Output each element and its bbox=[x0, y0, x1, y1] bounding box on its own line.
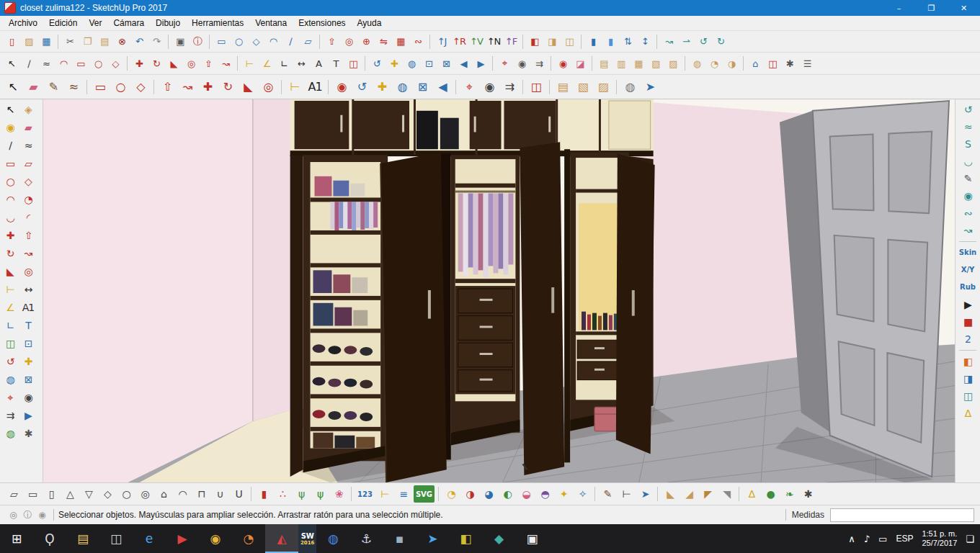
arc-tool[interactable]: ◠ bbox=[55, 55, 71, 71]
3d-text-tool[interactable]: T bbox=[328, 55, 344, 71]
tray-language[interactable]: ESP bbox=[896, 534, 913, 544]
eraser-tool[interactable]: ◪ bbox=[572, 55, 588, 71]
app-chrome[interactable]: ◉ bbox=[199, 524, 232, 553]
shape-ring[interactable]: ◎ bbox=[136, 485, 153, 503]
polygon-tool[interactable]: ◇ bbox=[107, 55, 123, 71]
skin-tool[interactable]: Skin bbox=[957, 244, 979, 261]
tape-tool[interactable]: ⊢ bbox=[241, 55, 257, 71]
cursor-export-button[interactable]: ➤ bbox=[641, 78, 659, 96]
numbers-tool[interactable]: 123 bbox=[355, 485, 375, 503]
zoom-tool[interactable]: ◍ bbox=[393, 78, 411, 96]
component-arc-tool[interactable]: ◠ bbox=[265, 34, 281, 50]
smooth-curve-tool[interactable]: ↝ bbox=[661, 34, 677, 50]
arc2-tool[interactable]: ◡ bbox=[1, 209, 19, 226]
shape-triangle-down[interactable]: ▽ bbox=[80, 485, 97, 503]
minimize-button[interactable]: – bbox=[883, 0, 915, 16]
rotate-tool[interactable]: ↻ bbox=[148, 55, 164, 71]
app-small-tile[interactable]: ▪ bbox=[383, 524, 416, 553]
eraser-tool[interactable]: ▰ bbox=[24, 78, 43, 96]
fredo-knot-tool[interactable]: ∾ bbox=[958, 204, 977, 221]
menu-edicion[interactable]: Edición bbox=[43, 17, 83, 30]
column-b-tool[interactable]: ▮ bbox=[602, 34, 618, 50]
app-edge[interactable]: e bbox=[133, 524, 166, 553]
svg-export-button[interactable]: SVG bbox=[414, 485, 435, 503]
sandbox-smoove-tool[interactable]: ▦ bbox=[631, 55, 646, 71]
3d-viewport[interactable] bbox=[43, 99, 955, 482]
paste-button[interactable]: ▤ bbox=[97, 34, 112, 50]
offset-tool[interactable]: ◎ bbox=[259, 78, 277, 96]
axes-tool[interactable]: ∟ bbox=[276, 55, 292, 71]
array-tool[interactable]: ▦ bbox=[393, 34, 409, 50]
push-copy-tool[interactable]: ⇧ bbox=[324, 34, 339, 50]
component-rect-tool[interactable]: ▭ bbox=[213, 34, 229, 50]
app-store[interactable]: ◫ bbox=[99, 524, 133, 553]
axis-j-button[interactable]: ↑J bbox=[434, 34, 450, 50]
intersect-tool[interactable]: ⊕ bbox=[358, 34, 374, 50]
component-dots[interactable]: ∴ bbox=[274, 485, 291, 503]
pencil-tool[interactable]: ✎ bbox=[44, 78, 63, 96]
balance-tool[interactable]: ∆ bbox=[958, 405, 977, 421]
select-tool[interactable]: ↖ bbox=[4, 55, 19, 71]
component-tool[interactable]: ◈ bbox=[19, 101, 37, 118]
tape-tool[interactable]: ⊢ bbox=[1, 281, 19, 298]
record-button[interactable]: ■ bbox=[958, 313, 977, 330]
sandbox-stamp-tool[interactable]: ▧ bbox=[648, 55, 664, 71]
open-button[interactable]: ▨ bbox=[21, 34, 37, 50]
move-tool[interactable]: ✚ bbox=[198, 78, 217, 96]
save-button[interactable]: ▦ bbox=[38, 34, 54, 50]
material-red-button[interactable]: ◧ bbox=[527, 34, 543, 50]
spin-right-tool[interactable]: ↻ bbox=[713, 34, 729, 50]
credits-info-icon[interactable]: ⓘ bbox=[21, 508, 34, 521]
look-around-tool[interactable]: ◉ bbox=[480, 78, 499, 96]
render-f-button[interactable]: ◓ bbox=[536, 485, 553, 503]
copy-button[interactable]: ❐ bbox=[79, 34, 95, 50]
paint-tool[interactable]: ◉ bbox=[555, 55, 571, 71]
flatten-tool[interactable]: ⇀ bbox=[678, 34, 694, 50]
cursor-export-button[interactable]: ➤ bbox=[636, 485, 654, 503]
text-tool[interactable]: A1 bbox=[19, 299, 37, 316]
followme-tool[interactable]: ↝ bbox=[218, 55, 233, 71]
render-b-button[interactable]: ◑ bbox=[461, 485, 478, 503]
eraser-tool[interactable]: ▰ bbox=[19, 119, 37, 136]
followme-tool[interactable]: ↝ bbox=[19, 245, 37, 262]
tray-network-icon[interactable]: ▭ bbox=[878, 534, 887, 544]
scale-tool[interactable]: ◣ bbox=[166, 55, 182, 71]
cube-teal-tool[interactable]: ◫ bbox=[958, 387, 977, 404]
scale-tool[interactable]: ◣ bbox=[239, 78, 257, 96]
app-file-explorer[interactable]: ▤ bbox=[66, 524, 99, 553]
menu-archivo[interactable]: Archivo bbox=[3, 17, 43, 30]
walk-tool[interactable]: ⇉ bbox=[1, 407, 19, 424]
pan-tool[interactable]: ✚ bbox=[373, 78, 391, 96]
material-box-button[interactable]: ◨ bbox=[544, 34, 560, 50]
tray-notification-icon[interactable]: ❏ bbox=[966, 534, 974, 544]
menu-camara[interactable]: Cámara bbox=[107, 17, 150, 30]
fredo-loop-tool[interactable]: ↝ bbox=[958, 222, 977, 238]
fredo-spiral-tool[interactable]: ↺ bbox=[958, 101, 977, 117]
protractor-tool[interactable]: ∠ bbox=[259, 55, 275, 71]
tray-chevron-icon[interactable]: ∧ bbox=[848, 534, 855, 544]
new-button[interactable]: ▯ bbox=[4, 34, 19, 50]
axis-v-button[interactable]: ↑V bbox=[468, 34, 484, 50]
arc3-tool[interactable]: ◜ bbox=[19, 209, 37, 226]
rotate-tool[interactable]: ↻ bbox=[1, 245, 19, 262]
render-a-button[interactable]: ◔ bbox=[442, 485, 460, 503]
undo-button[interactable]: ↶ bbox=[131, 34, 147, 50]
menu-herramientas[interactable]: Herramientas bbox=[186, 17, 249, 30]
line-tool[interactable]: ∕ bbox=[21, 55, 37, 71]
rotated-rectangle-tool[interactable]: ▱ bbox=[19, 155, 37, 172]
print-button[interactable]: ▣ bbox=[172, 34, 188, 50]
app-steam[interactable]: ◍ bbox=[316, 524, 349, 553]
render-e-button[interactable]: ◒ bbox=[517, 485, 535, 503]
shape-vrect[interactable]: ▯ bbox=[43, 485, 60, 503]
pie-tool[interactable]: ◔ bbox=[19, 191, 37, 208]
shape-house[interactable]: ⌂ bbox=[155, 485, 172, 503]
render-c-button[interactable]: ◕ bbox=[480, 485, 497, 503]
menu-dibujo[interactable]: Dibujo bbox=[150, 17, 186, 30]
move-tool[interactable]: ✚ bbox=[1, 227, 19, 244]
cut-button[interactable]: ✂ bbox=[62, 34, 78, 50]
select-tool[interactable]: ↖ bbox=[4, 78, 22, 96]
stamp-tool[interactable]: ▧ bbox=[574, 78, 592, 96]
zoom-extents-tool[interactable]: ⊠ bbox=[413, 78, 432, 96]
component-plant[interactable]: ψ bbox=[293, 485, 310, 503]
wedge-b-tool[interactable]: ◢ bbox=[680, 485, 698, 503]
